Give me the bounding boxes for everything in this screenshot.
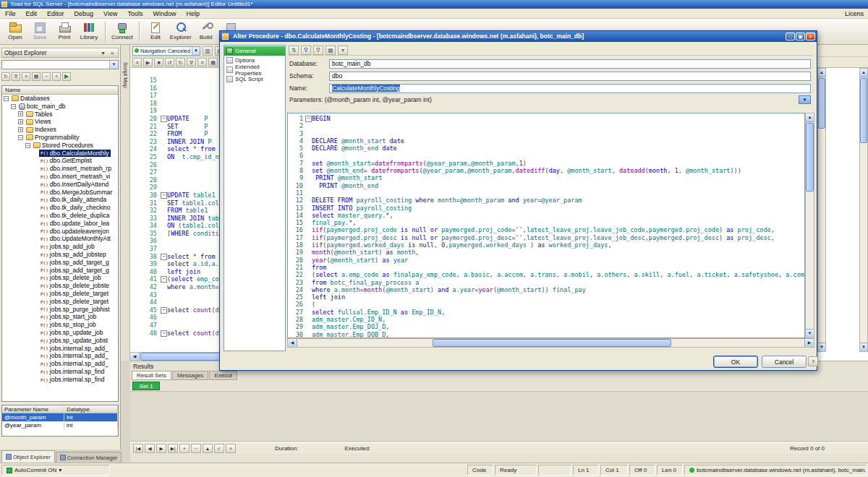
- tree-item[interactable]: P()jobs.internal.sp_find: [2, 368, 118, 376]
- menu-debug[interactable]: Debug: [69, 9, 99, 19]
- tab-set-1[interactable]: Set 1: [132, 382, 160, 390]
- filter-icon[interactable]: ∇: [187, 58, 196, 66]
- tab-messages[interactable]: Messages: [172, 371, 208, 380]
- toolbar-edit-button[interactable]: Edit: [143, 20, 168, 41]
- editor-view-button[interactable]: ▥: [203, 46, 213, 56]
- dialog-nav-extended-properties[interactable]: Extended Properties: [224, 65, 285, 74]
- toolbar-open-button[interactable]: Open: [3, 20, 27, 41]
- tab-connection-manager[interactable]: Connection Manager: [56, 452, 122, 463]
- first-button[interactable]: |◀: [133, 444, 143, 453]
- tree-item[interactable]: P()jobs.internal.sp_find: [2, 376, 118, 384]
- menu-edit[interactable]: Edit: [21, 9, 43, 19]
- scroll-down-icon[interactable]: ▼: [860, 343, 867, 351]
- scroll-thumb[interactable]: [860, 78, 867, 143]
- toolbar-print-button[interactable]: Print: [52, 20, 77, 41]
- sort-icon[interactable]: ≡: [197, 58, 207, 66]
- tree-expander-icon[interactable]: +: [18, 111, 23, 116]
- fold-marker-icon[interactable]: [161, 192, 167, 199]
- grid-icon[interactable]: ▦: [208, 58, 218, 66]
- autocommit-indicator[interactable]: AutoCommit ON▾: [1, 465, 110, 476]
- save-icon[interactable]: ▦: [326, 46, 336, 55]
- refresh-icon[interactable]: ↻: [1, 72, 10, 81]
- menu-tools[interactable]: Tools: [122, 9, 148, 19]
- object-explorer-header[interactable]: ▾ × Object Explorer: [1, 48, 119, 58]
- funnel-icon[interactable]: ∇: [301, 46, 311, 55]
- tree-expander-icon[interactable]: −: [25, 143, 30, 148]
- last-button[interactable]: ▶|: [168, 444, 178, 453]
- column-header-datatype[interactable]: Datatype: [64, 405, 118, 413]
- scroll-thumb[interactable]: [818, 78, 825, 129]
- tree-item[interactable]: P()jobs.sp_delete_target: [2, 290, 118, 298]
- toolbar-connect-button[interactable]: Connect: [109, 20, 135, 41]
- fold-marker-icon[interactable]: [161, 330, 167, 338]
- tree-item[interactable]: P()jobs.sp_purge_jobhist: [2, 306, 118, 314]
- tree-item[interactable]: P()jobs.internal.sp_add_: [2, 352, 118, 360]
- chevron-down-icon[interactable]: ▼: [192, 47, 200, 55]
- column-header-name[interactable]: Parameter Name: [2, 405, 64, 413]
- tree-expander-icon[interactable]: −: [11, 104, 16, 109]
- scroll-thumb[interactable]: [806, 123, 814, 192]
- editor-vertical-scrollbar[interactable]: ▲ ▼: [817, 68, 826, 352]
- tab-execut[interactable]: Execut: [209, 371, 237, 380]
- toolbar-save-button[interactable]: Save: [27, 20, 52, 41]
- tree-item[interactable]: P()dbo.tk_daily_attenda: [2, 196, 118, 204]
- tab-result-sets[interactable]: Result Sets: [132, 371, 171, 380]
- run-icon[interactable]: ▶: [143, 58, 153, 66]
- navigation-combo[interactable]: Navigation Canceled ▼: [132, 46, 200, 56]
- menu-help[interactable]: Help: [181, 9, 205, 19]
- filter-icon[interactable]: ∇: [12, 72, 20, 81]
- scroll-down-icon[interactable]: ▼: [806, 329, 814, 338]
- tree-item[interactable]: P()dbo.tk_daily_checkino: [2, 204, 118, 212]
- tree-item[interactable]: P()dbo.insert_metrash_vi: [2, 173, 118, 181]
- scroll-thumb[interactable]: [433, 339, 671, 347]
- panel-vertical-scrollbar[interactable]: ▲ ▼: [859, 68, 868, 352]
- sort-icon[interactable]: ≡: [22, 72, 30, 81]
- fold-marker-icon[interactable]: [161, 306, 167, 314]
- tree-item[interactable]: P()dbo.tk_delete_duplica: [2, 212, 118, 220]
- tree-item[interactable]: −Stored Procedures: [2, 142, 118, 150]
- scroll-right-icon[interactable]: ▶: [804, 339, 814, 347]
- procedure-code-area[interactable]: 1BEGIN234DECLARE @month_start date5DECLA…: [287, 113, 805, 338]
- fold-marker-icon[interactable]: [161, 115, 167, 123]
- tree-item[interactable]: P()dbo.updateleaverejon: [2, 228, 118, 236]
- scroll-up-icon[interactable]: ▲: [818, 69, 825, 77]
- filter-icon[interactable]: ∇: [313, 46, 323, 55]
- close-icon[interactable]: ×: [109, 49, 116, 58]
- tree-item[interactable]: P()jobs.sp_delete_jobste: [2, 282, 118, 290]
- script-map-strip[interactable]: Script Map: [121, 45, 130, 361]
- tree-expander-icon[interactable]: −: [4, 96, 9, 101]
- tree-item[interactable]: P()jobs.internal.sp_add_: [2, 345, 118, 353]
- window-titlebar[interactable]: Toad for SQL Server - [botcmaindbserver.…: [0, 0, 868, 9]
- scroll-up-icon[interactable]: ▲: [806, 113, 814, 122]
- tree-item[interactable]: P()dbo.UpdateMonthlyAtt: [2, 235, 118, 243]
- tree-item[interactable]: −Programmability: [2, 134, 118, 142]
- stop-icon[interactable]: ■: [154, 58, 163, 66]
- tree-item[interactable]: P()dbo.GetEmplist: [2, 157, 118, 165]
- cancel-button[interactable]: Cancel: [762, 356, 807, 368]
- tab-object-explorer[interactable]: Object Explorer: [1, 450, 55, 463]
- tree-item[interactable]: P()jobs.internal.sp_add_: [2, 360, 118, 368]
- scroll-left-icon[interactable]: ◀: [288, 339, 297, 347]
- collapse-icon[interactable]: −: [42, 72, 51, 81]
- parameter-row[interactable]: @month_paramint: [2, 413, 118, 421]
- tree-item[interactable]: P()dbo.insert_metrash_rp: [2, 165, 118, 173]
- prior-button[interactable]: ◀: [145, 444, 155, 453]
- maximize-icon[interactable]: ▣: [796, 33, 805, 40]
- tree-item[interactable]: P()jobs.sp_start_job: [2, 313, 118, 321]
- tree-item[interactable]: +Indexes: [2, 126, 118, 134]
- tree-item[interactable]: −botc_main_db: [2, 103, 118, 111]
- toolbar-explorer-button[interactable]: Explorer: [168, 20, 194, 41]
- tree-item[interactable]: P()jobs.sp_add_job: [2, 243, 118, 251]
- toolbar-library-button[interactable]: Library: [77, 20, 101, 41]
- tree-item[interactable]: P()jobs.sp_update_job: [2, 329, 118, 337]
- name-column-header[interactable]: Name: [2, 86, 118, 95]
- tree-expander-icon[interactable]: +: [18, 119, 23, 124]
- minimize-icon[interactable]: □: [786, 33, 795, 40]
- describe-icon[interactable]: ≡: [132, 58, 142, 66]
- post-button[interactable]: ✓: [214, 444, 224, 453]
- menu-editor[interactable]: Editor: [42, 9, 69, 19]
- close-icon[interactable]: ×: [806, 33, 815, 40]
- tree-expander-icon[interactable]: +: [18, 127, 23, 132]
- scroll-left-icon[interactable]: ◀: [130, 353, 140, 361]
- scroll-up-icon[interactable]: ▲: [860, 69, 867, 77]
